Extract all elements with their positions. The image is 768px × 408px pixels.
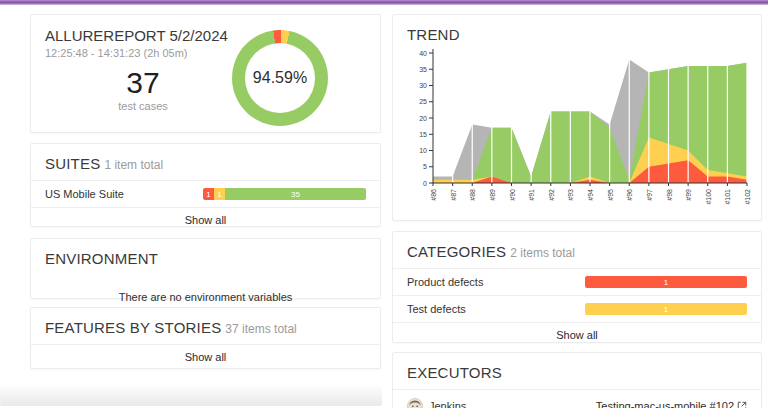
scroll-fade (0, 384, 382, 406)
svg-text:#92: #92 (548, 189, 555, 201)
trend-title: TREND (407, 26, 460, 43)
pass-rate-percent: 94.59% (232, 30, 328, 126)
categories-title: CATEGORIES (407, 243, 506, 260)
svg-text:5: 5 (423, 163, 427, 170)
svg-text:40: 40 (419, 50, 427, 57)
executor-build-label: Testing-mac-us-mobile #102 (596, 400, 734, 408)
category-name: Test defects (407, 303, 466, 315)
suites-header: SUITES1 item total (31, 144, 380, 180)
suite-name: US Mobile Suite (45, 188, 124, 200)
features-show-all-button[interactable]: Show all (31, 344, 380, 370)
category-bar: 1 (585, 303, 747, 315)
executors-title: EXECUTORS (407, 364, 502, 381)
executors-card: EXECUTORS Jenkins Testing-mac-us-mobile … (392, 352, 762, 408)
svg-text:#87: #87 (450, 189, 457, 201)
svg-text:#91: #91 (528, 189, 535, 201)
executor-name: Jenkins (429, 400, 466, 408)
trend-card: TREND 0510152025303540#86#87#88#89#90#91… (392, 14, 762, 221)
executor-row: Jenkins Testing-mac-us-mobile #102 (393, 389, 761, 408)
svg-text:#97: #97 (646, 189, 653, 201)
svg-text:#93: #93 (567, 189, 574, 201)
environment-card: ENVIRONMENT There are no environment var… (30, 238, 381, 299)
svg-text:#95: #95 (607, 189, 614, 201)
features-header: FEATURES BY STORIES37 items total (31, 308, 380, 344)
category-row-product-defects[interactable]: Product defects 1 (393, 268, 761, 295)
allure-dashboard: ALLUREREPORT 5/2/2024 12:25:48 - 14:31:2… (0, 0, 768, 408)
total-count-label: test cases (83, 100, 203, 112)
jenkins-icon (407, 398, 423, 408)
suite-row[interactable]: US Mobile Suite 1135 (31, 180, 380, 207)
external-link-icon (737, 401, 747, 408)
categories-count: 2 items total (510, 246, 575, 260)
svg-text:#99: #99 (685, 189, 692, 201)
svg-text:10: 10 (419, 147, 427, 154)
status-donut-chart[interactable]: 94.59% (232, 30, 328, 126)
suites-card: SUITES1 item total US Mobile Suite 1135 … (30, 143, 381, 227)
svg-text:#101: #101 (724, 189, 731, 205)
category-bar: 1 (585, 276, 747, 288)
svg-text:15: 15 (419, 131, 427, 138)
svg-text:#96: #96 (626, 189, 633, 201)
suites-show-all-button[interactable]: Show all (31, 207, 380, 233)
executor-build-link[interactable]: Testing-mac-us-mobile #102 (596, 400, 747, 408)
suites-title: SUITES (45, 155, 100, 172)
environment-title: ENVIRONMENT (45, 250, 158, 267)
svg-text:20: 20 (419, 115, 427, 122)
total-count: 37 (83, 67, 203, 99)
executors-header: EXECUTORS (393, 353, 761, 389)
svg-text:0: 0 (423, 180, 427, 187)
svg-text:#90: #90 (509, 189, 516, 201)
suites-count: 1 item total (104, 158, 163, 172)
total-test-cases: 37 test cases (83, 67, 203, 112)
categories-card: CATEGORIES2 items total Product defects … (392, 231, 762, 343)
features-card: FEATURES BY STORIES37 items total Show a… (30, 307, 381, 369)
category-row-test-defects[interactable]: Test defects 1 (393, 295, 761, 322)
svg-text:#89: #89 (489, 189, 496, 201)
top-accent-bar (0, 0, 768, 5)
categories-header: CATEGORIES2 items total (393, 232, 761, 268)
svg-text:#88: #88 (469, 189, 476, 201)
svg-text:#100: #100 (705, 189, 712, 205)
svg-text:30: 30 (419, 82, 427, 89)
svg-text:25: 25 (419, 98, 427, 105)
svg-text:#98: #98 (666, 189, 673, 201)
category-name: Product defects (407, 276, 483, 288)
suite-status-bar: 1135 (203, 188, 366, 200)
svg-text:35: 35 (419, 66, 427, 73)
svg-text:#102: #102 (744, 189, 751, 205)
overview-card: ALLUREREPORT 5/2/2024 12:25:48 - 14:31:2… (30, 14, 381, 133)
svg-text:#94: #94 (587, 189, 594, 201)
svg-text:#86: #86 (430, 189, 437, 201)
features-title: FEATURES BY STORIES (45, 319, 221, 336)
trend-stacked-area-chart[interactable]: 0510152025303540#86#87#88#89#90#91#92#93… (403, 45, 755, 217)
environment-header: ENVIRONMENT (31, 239, 380, 275)
features-count: 37 items total (225, 322, 296, 336)
categories-show-all-button[interactable]: Show all (393, 322, 761, 348)
